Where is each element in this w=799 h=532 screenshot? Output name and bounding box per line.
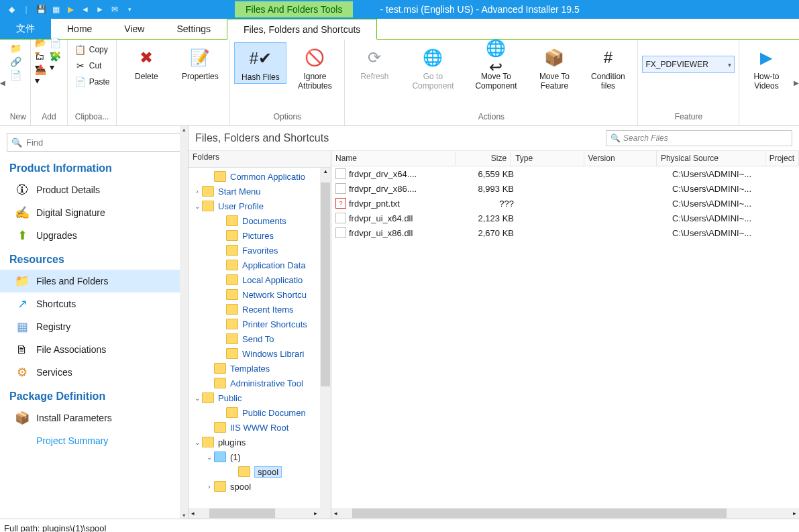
nav-project-summary[interactable]: Project Summary (0, 429, 180, 452)
delete-button[interactable]: ✖Delete (121, 42, 172, 83)
tree-item[interactable]: Templates (189, 361, 331, 376)
tree-twist-icon[interactable]: › (193, 188, 202, 195)
run-icon[interactable]: ▶ (64, 3, 76, 15)
tree-item[interactable]: Network Shortcu (189, 287, 331, 302)
tree-item[interactable]: IIS WWW Root (189, 420, 331, 435)
col-project[interactable]: Project (765, 151, 799, 166)
tree-twist-icon[interactable]: ⌄ (193, 394, 202, 402)
tree-item[interactable]: Send To (189, 331, 331, 346)
tree-item[interactable]: Favorites (189, 243, 331, 258)
nav-shortcuts[interactable]: ↗Shortcuts (0, 292, 180, 315)
qat-dropdown-icon[interactable]: ▾ (123, 3, 136, 15)
ribbon-scroll-right[interactable]: ▶ (793, 40, 799, 125)
tree-item[interactable]: Common Applicatio (189, 169, 331, 184)
folder-icon (226, 260, 238, 270)
file-source: C:\Users\ADMINI~... (668, 184, 781, 194)
feature-combo[interactable]: FX_PDFVIEWER ▾ (642, 56, 735, 73)
file-name: frdvpr_ui_x86.dll (349, 228, 413, 238)
new-folder-icon[interactable]: 📁 (10, 42, 22, 54)
goto-component-button[interactable]: 🌐Go to Component (403, 42, 463, 92)
tab-files-folders-shortcuts[interactable]: Files, Folders and Shortcuts (227, 19, 377, 40)
tab-home[interactable]: Home (51, 19, 108, 39)
tab-settings[interactable]: Settings (160, 19, 227, 39)
file-row[interactable]: frdvpr_ui_x64.dll2,123 KBC:\Users\ADMINI… (331, 211, 799, 225)
ignore-icon: 🚫 (303, 46, 326, 69)
tree-hscroll[interactable]: ◂▸ (189, 508, 320, 519)
refresh-button[interactable]: ⟳Refresh (349, 42, 400, 83)
properties-button[interactable]: 📝Properties (174, 42, 225, 83)
tree-item[interactable]: Public Documen (189, 405, 331, 420)
nav-install-params[interactable]: 📦Install Parameters (0, 407, 180, 429)
tab-file[interactable]: 文件 (0, 19, 51, 39)
howto-videos-button[interactable]: ▶How-to Videos (743, 42, 789, 92)
back-icon[interactable]: ◄ (79, 3, 91, 15)
center-header: Files, Folders and Shortcuts 🔍 Search Fi… (189, 126, 799, 151)
file-row[interactable]: ?frdvpr_pnt.txt???C:\Users\ADMINI~... (331, 196, 799, 211)
status-bar: Full path: plugins\(1)\spool (0, 519, 799, 532)
new-shortcut-icon[interactable]: 🔗 (10, 56, 22, 68)
tree-twist-icon[interactable]: ⌄ (193, 439, 202, 446)
nav-services[interactable]: ⚙Services (0, 361, 180, 384)
save-icon[interactable]: 💾 (35, 3, 47, 15)
hash-files-button[interactable]: #✔Hash Files (234, 42, 286, 84)
upgrades-icon: ⬆ (15, 228, 30, 243)
refresh-icon: ⟳ (363, 46, 386, 69)
tree-twist-icon[interactable]: ⌄ (193, 203, 202, 210)
tree-item[interactable]: Pictures (189, 228, 331, 243)
tree-twist-icon[interactable]: › (205, 483, 214, 490)
nav-upgrades[interactable]: ⬆Upgrades (0, 224, 180, 247)
ignore-attributes-button[interactable]: 🚫Ignore Attributes (289, 42, 340, 92)
copy-button[interactable]: 📋Copy (72, 42, 113, 57)
left-nav-scrollbar[interactable]: ▴▾ (180, 126, 188, 519)
tree-item[interactable]: Recent Items (189, 302, 331, 317)
move-to-component-button[interactable]: 🌐↩Move To Component (466, 42, 526, 92)
tree-twist-icon[interactable]: ⌄ (205, 454, 214, 461)
tree-item[interactable]: Administrative Tool (189, 376, 331, 390)
tree-item[interactable]: ⌄User Profile (189, 199, 331, 213)
nav-product-details[interactable]: 🛈Product Details (0, 178, 180, 201)
col-name[interactable]: Name (331, 151, 456, 166)
tab-view[interactable]: View (108, 19, 160, 39)
add-import-icon[interactable]: 📥▾ (35, 69, 47, 81)
tree-vscroll[interactable]: ▴ (320, 168, 331, 508)
tree-item[interactable]: Windows Librari (189, 346, 331, 361)
folder-icon (226, 407, 238, 418)
filelist-hscroll[interactable]: ◂▸ (331, 508, 799, 519)
move-to-feature-button[interactable]: 📦Move To Feature (529, 42, 580, 92)
cut-button[interactable]: ✂Cut (72, 58, 113, 73)
find-box[interactable]: 🔍 Find (7, 133, 181, 152)
nav-digital-signature[interactable]: ✍Digital Signature (0, 201, 180, 224)
tree-item[interactable]: ⌄(1) (189, 449, 331, 464)
tree-item[interactable]: ›spool (189, 479, 331, 494)
new-file-icon[interactable]: 📄 (10, 69, 22, 81)
mail-icon[interactable]: ✉ (109, 3, 121, 15)
ribbon-scroll-left[interactable]: ◀ (0, 40, 6, 125)
main-content: ▴▾ 🔍 Find Product Information 🛈Product D… (0, 126, 799, 519)
nav-file-assoc[interactable]: 🗎File Associations (0, 338, 180, 361)
col-size[interactable]: Size (456, 151, 512, 166)
project-summary-icon (15, 433, 30, 448)
paste-button[interactable]: 📄Paste (72, 74, 113, 89)
tree-item[interactable]: ⌄plugins (189, 435, 331, 449)
nav-files-folders[interactable]: 📁Files and Folders (0, 270, 180, 292)
col-source[interactable]: Physical Source (657, 151, 765, 166)
build-icon[interactable]: ▦ (50, 3, 62, 15)
add-resource-icon[interactable]: 🧩▾ (50, 56, 62, 68)
tree-item[interactable]: Application Data (189, 258, 331, 272)
tree-item[interactable]: ⌄Public (189, 390, 331, 405)
tree-item[interactable]: Documents (189, 213, 331, 228)
tree-item[interactable]: spool (189, 464, 331, 479)
col-version[interactable]: Version (584, 151, 657, 166)
forward-icon[interactable]: ► (94, 3, 106, 15)
tree-item[interactable]: ›Start Menu (189, 184, 331, 199)
col-type[interactable]: Type (511, 151, 584, 166)
file-row[interactable]: frdvpr_ui_x86.dll2,670 KBC:\Users\ADMINI… (331, 225, 799, 240)
file-row[interactable]: frdvpr_drv_x64....6,559 KBC:\Users\ADMIN… (331, 166, 799, 181)
hash-icon: #✔ (249, 47, 272, 70)
file-row[interactable]: frdvpr_drv_x86....8,993 KBC:\Users\ADMIN… (331, 181, 799, 196)
search-files-box[interactable]: 🔍 Search Files (606, 130, 792, 146)
tree-item[interactable]: Printer Shortcuts (189, 317, 331, 331)
condition-files-button[interactable]: #Condition files (582, 42, 633, 92)
nav-registry[interactable]: ▦Registry (0, 315, 180, 338)
tree-item[interactable]: Local Applicatio (189, 272, 331, 287)
